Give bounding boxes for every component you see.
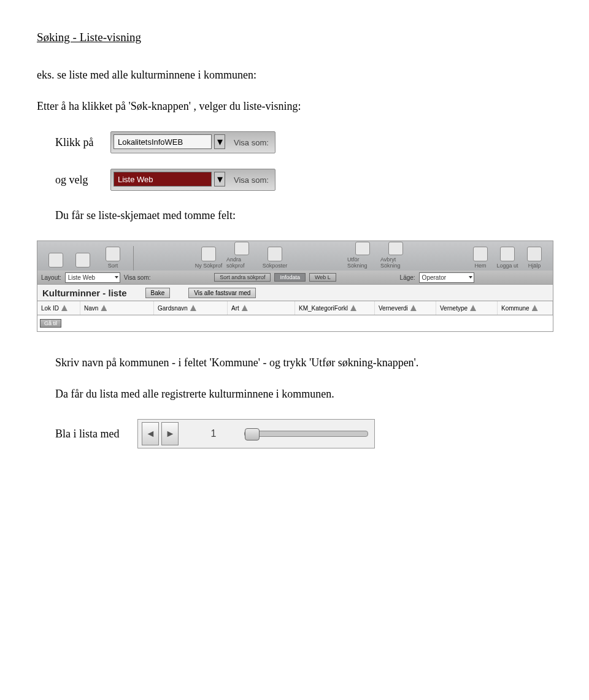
dropdown-lokalitets: LokalitetsInfoWEB ▾ Visa som: bbox=[110, 131, 275, 153]
row-og-velg: og velg Liste Web ▾ Visa som: bbox=[55, 169, 552, 191]
edit-icon bbox=[234, 242, 249, 255]
dropdown-field-listeweb[interactable]: Liste Web bbox=[114, 172, 212, 187]
col-art[interactable]: Art bbox=[228, 301, 295, 315]
visa-som-label-2: Visa som: bbox=[228, 169, 275, 190]
tab-infodata[interactable]: Infodata bbox=[274, 273, 306, 282]
col-verneverdi[interactable]: Verneverdi bbox=[375, 301, 436, 315]
layout-dropdown[interactable]: Liste Web bbox=[65, 272, 120, 283]
bake-button[interactable]: Bake bbox=[145, 288, 171, 298]
layout-row: Layout: Liste Web Visa som: Sort andra s… bbox=[37, 271, 553, 284]
sort-icon bbox=[470, 305, 476, 311]
page-title: Søking - Liste-visning bbox=[37, 31, 552, 44]
avbryt-sokning-button[interactable]: Avbryt Sökning bbox=[380, 242, 411, 271]
visa-label: Visa som: bbox=[124, 274, 151, 281]
row-klikk-paa: Klikk på LokalitetsInfoWEB ▾ Visa som: bbox=[55, 131, 552, 153]
sort-icon bbox=[101, 305, 107, 311]
label-bla: Bla i lista med bbox=[55, 428, 119, 440]
lage-dropdown[interactable]: Operator bbox=[419, 272, 474, 283]
col-lokid[interactable]: Lok ID bbox=[37, 301, 80, 315]
lage-label: Läge: bbox=[400, 274, 415, 281]
chevron-down-icon[interactable]: ▾ bbox=[214, 134, 225, 149]
col-vernetype[interactable]: Vernetype bbox=[436, 301, 498, 315]
ny-sokprof-button[interactable]: Ny Sökprof bbox=[193, 242, 224, 271]
pager-slider-thumb[interactable] bbox=[245, 428, 260, 440]
pager-next-button[interactable]: ► bbox=[161, 422, 179, 445]
logga-ut-button[interactable]: Logga ut bbox=[495, 242, 520, 271]
content-titlebar: Kulturminner - liste Bake Vis alle fasts… bbox=[37, 284, 553, 301]
arrow-right-icon bbox=[75, 253, 90, 267]
andra-sokprof-button[interactable]: Andra sökprof bbox=[226, 242, 257, 271]
layout-label: Layout: bbox=[41, 274, 61, 281]
table-body: Gå til bbox=[37, 315, 553, 331]
plus-icon bbox=[201, 247, 216, 261]
pager-page-number: 1 bbox=[180, 428, 241, 439]
hjalp-button[interactable]: Hjälp bbox=[522, 242, 547, 271]
status-go-til[interactable]: Gå til bbox=[40, 319, 61, 328]
pager-widget: ◄ ► 1 bbox=[137, 419, 375, 448]
list-icon bbox=[106, 247, 120, 261]
col-kommune[interactable]: Kommune bbox=[498, 301, 553, 315]
help-icon bbox=[527, 247, 542, 261]
main-toolbar: Sort Ny Sökprof Andra sökprof Sökposter … bbox=[37, 241, 553, 271]
visa-som-label-1: Visa som: bbox=[228, 132, 275, 153]
sort-icon bbox=[350, 305, 356, 311]
label-klikk: Klikk på bbox=[55, 136, 98, 149]
pager-prev-button[interactable]: ◄ bbox=[142, 422, 159, 445]
app-screenshot: Sort Ny Sökprof Andra sökprof Sökposter … bbox=[37, 240, 553, 332]
sort-icon bbox=[242, 305, 248, 311]
col-gardsnavn[interactable]: Gardsnavn bbox=[154, 301, 228, 315]
logout-icon bbox=[500, 247, 515, 261]
tab-sort-andra[interactable]: Sort andra sökprof bbox=[214, 273, 271, 282]
paragraph-5: Da får du lista med alle registrerte kul… bbox=[55, 388, 552, 401]
pager-next-toolbar[interactable] bbox=[71, 242, 95, 271]
table-headers: Lok ID Navn Gardsnavn Art KM_KategoriFor… bbox=[37, 301, 553, 315]
pager-prev-toolbar[interactable] bbox=[44, 242, 68, 271]
vis-alle-button[interactable]: Vis alle fastsvar med bbox=[188, 288, 256, 298]
paragraph-1: eks. se liste med alle kulturminnene i k… bbox=[37, 69, 552, 82]
records-icon bbox=[268, 247, 282, 261]
sort-icon bbox=[190, 305, 196, 311]
dropdown-listeweb: Liste Web ▾ Visa som: bbox=[110, 169, 275, 191]
sort-button[interactable]: Sort bbox=[98, 242, 128, 271]
cancel-icon bbox=[388, 242, 403, 255]
sort-icon bbox=[532, 305, 538, 311]
sokposter-button[interactable]: Sökposter bbox=[260, 242, 290, 271]
content-title: Kulturminner - liste bbox=[42, 288, 127, 298]
arrow-left-icon bbox=[48, 253, 63, 267]
col-navn[interactable]: Navn bbox=[80, 301, 154, 315]
home-icon bbox=[473, 247, 488, 261]
paragraph-4: Skriv navn på kommunen - i feltet 'Kommu… bbox=[55, 356, 552, 369]
paragraph-2: Etter å ha klikket på 'Søk-knappen' , ve… bbox=[37, 100, 552, 113]
sort-icon bbox=[61, 305, 67, 311]
utfor-sokning-button[interactable]: Utför Sökning bbox=[347, 242, 378, 271]
pager-row: Bla i lista med ◄ ► 1 bbox=[55, 419, 552, 448]
tab-web-l[interactable]: Web L bbox=[309, 273, 336, 282]
col-kategori[interactable]: KM_KategoriForkl bbox=[295, 301, 375, 315]
label-ogvelg: og velg bbox=[55, 174, 98, 187]
pager-slider[interactable] bbox=[244, 431, 368, 437]
dropdown-field-lokalitets[interactable]: LokalitetsInfoWEB bbox=[114, 134, 212, 149]
sort-icon bbox=[410, 305, 417, 311]
paragraph-3: Du får se liste-skjemaet med tomme felt: bbox=[55, 209, 552, 222]
hem-button[interactable]: Hem bbox=[468, 242, 493, 271]
search-icon bbox=[355, 242, 370, 255]
chevron-down-icon[interactable]: ▾ bbox=[214, 172, 225, 187]
